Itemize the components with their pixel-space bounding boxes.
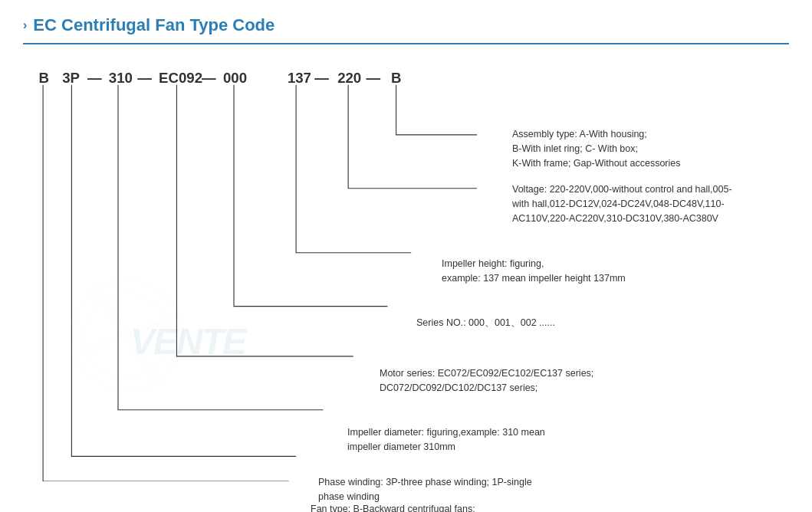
desc-motor: Motor series: EC072/EC092/EC102/EC137 se… [380,366,593,395]
desc-assembly: Assembly type: A-With housing;B-With inl… [512,127,681,170]
svg-text:220: 220 [337,70,361,86]
svg-text:000: 000 [223,70,247,86]
svg-text:EC092: EC092 [159,70,202,86]
svg-text:137: 137 [288,70,311,86]
title-chevron: › [23,18,27,32]
motor-label: Motor series: [380,368,435,379]
svg-text:—: — [366,70,380,86]
title-section: › EC Centrifugal Fan Type Code [23,15,789,35]
assembly-label: Assembly type: [512,129,577,139]
page-title: EC Centrifugal Fan Type Code [33,15,275,35]
diagram-svg: B 3P — 310 — EC092 — 000 137 — 220 — [23,60,789,481]
svg-text:—: — [87,70,102,86]
svg-text:—: — [314,70,329,86]
svg-text:3P: 3P [62,70,80,86]
svg-text:310: 310 [109,70,133,86]
svg-text:B: B [391,70,401,86]
diagram-area: B 3P — 310 — EC092 — 000 137 — 220 — [23,60,789,481]
impeller-height-label: Impeller height: [442,258,507,269]
title-divider [23,43,789,44]
phase-label: Phase winding: [318,477,383,487]
fan-type-label: Fan type: [311,504,350,512]
desc-impeller-diameter: Impeller diameter: figuring,example: 310… [347,425,545,455]
desc-fan-type: Fan type: B-Backward centrifugal fans;F-… [311,502,475,512]
desc-series: Series NO.: 000、001、002 ...... [416,316,555,330]
desc-phase: Phase winding: 3P-three phase winding; 1… [318,475,532,504]
desc-voltage: Voltage: 220-220V,000-without control an… [512,182,732,225]
watermark-text: VENTE [130,320,245,363]
svg-text:B: B [39,70,49,86]
impeller-diameter-label: Impeller diameter: [347,427,424,438]
series-label: Series NO.: [416,317,466,328]
svg-text:—: — [137,70,152,86]
page-container: › EC Centrifugal Fan Type Code B 3P — 31… [0,0,812,512]
voltage-label: Voltage: [512,184,547,195]
desc-impeller-height: Impeller height: figuring,example: 137 m… [442,257,626,286]
svg-text:—: — [202,70,216,86]
series-text: 000、001、002 ...... [466,317,555,328]
